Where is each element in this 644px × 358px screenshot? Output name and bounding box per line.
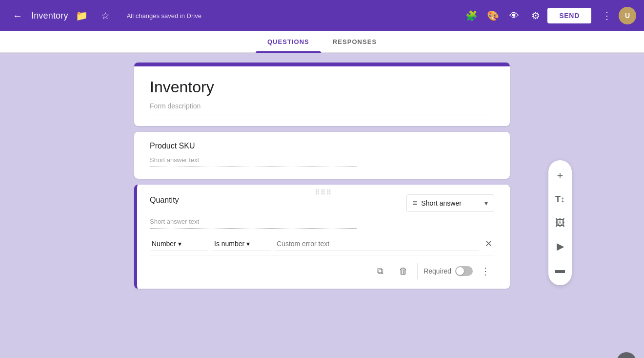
autosave-message: All changes saved in Drive: [127, 12, 201, 20]
avatar[interactable]: U: [619, 7, 636, 24]
validation-condition-label: Is number: [214, 240, 244, 248]
tab-responses[interactable]: RESPONSES: [321, 31, 388, 52]
add-section-button[interactable]: ▬: [548, 258, 572, 281]
validation-error-input[interactable]: [275, 237, 479, 251]
topbar-left: ← Inventory 📁 ☆ All changes saved in Dri…: [8, 6, 458, 25]
more-button[interactable]: ⋮: [597, 6, 617, 25]
validation-type-label: Number: [152, 240, 176, 248]
question-header-quantity: Quantity ≡ Short answer ▾: [150, 194, 494, 212]
chevron-down-icon-cond: ▾: [246, 240, 250, 248]
section-icon: ▬: [555, 264, 565, 275]
app-title: Inventory: [31, 11, 68, 21]
drag-handle[interactable]: ⠿⠿⠿: [315, 189, 332, 196]
add-question-button[interactable]: +: [548, 164, 572, 188]
more-vert-icon: ⋮: [602, 10, 612, 21]
right-sidebar: + T↕ 🖼 ▶ ▬: [548, 160, 572, 285]
question-label-quantity: Quantity: [150, 196, 179, 205]
clear-validation-button[interactable]: ✕: [483, 236, 494, 251]
back-button[interactable]: ←: [8, 6, 27, 25]
form-title: Inventory: [150, 78, 494, 96]
image-icon: 🖼: [555, 217, 565, 229]
folder-icon: 📁: [76, 10, 88, 21]
puzzle-icon: 🧩: [465, 10, 478, 21]
question-card-quantity: ⠿⠿⠿ Quantity ≡ Short answer ▾ Short answ…: [134, 185, 510, 289]
video-icon: ▶: [557, 240, 564, 252]
puzzle-button[interactable]: 🧩: [462, 6, 481, 25]
question-card-product-sku: Product SKU Short answer text: [134, 132, 510, 179]
validation-type-select[interactable]: Number ▾: [150, 237, 208, 251]
short-answer-placeholder-sku[interactable]: Short answer text: [150, 156, 357, 167]
add-title-button[interactable]: T↕: [548, 188, 572, 211]
add-video-button[interactable]: ▶: [548, 234, 572, 258]
copy-button[interactable]: ⧉: [370, 261, 390, 281]
card-footer: ⧉ 🗑 Required ⋮: [150, 255, 494, 281]
star-button[interactable]: ☆: [96, 6, 115, 25]
more-options-button[interactable]: ⋮: [477, 263, 494, 279]
validation-condition-select[interactable]: Is number ▾: [212, 237, 271, 251]
copy-icon: ⧉: [377, 266, 383, 276]
delete-icon: 🗑: [399, 266, 408, 276]
folder-button[interactable]: 📁: [72, 6, 92, 25]
question-type-label: Short answer: [421, 199, 481, 207]
topbar: ← Inventory 📁 ☆ All changes saved in Dri…: [0, 0, 644, 31]
palette-icon: 🎨: [487, 10, 499, 21]
chevron-down-icon: ▾: [484, 199, 488, 207]
required-section: Required ⋮: [417, 263, 494, 279]
question-type-dropdown[interactable]: ≡ Short answer ▾: [406, 194, 494, 212]
tabbar-wrapper: QUESTIONS RESPONSES: [0, 31, 644, 53]
required-label: Required: [423, 267, 451, 275]
palette-button[interactable]: 🎨: [483, 6, 503, 25]
star-icon: ☆: [101, 10, 110, 21]
validation-row: Number ▾ Is number ▾ ✕: [150, 236, 494, 251]
topbar-right: 🧩 🎨 👁 ⚙ SEND ⋮ U: [462, 6, 636, 25]
delete-button[interactable]: 🗑: [394, 261, 413, 281]
title-icon: T↕: [555, 194, 565, 205]
form-description[interactable]: Form description: [150, 102, 494, 114]
tabbar: QUESTIONS RESPONSES: [0, 31, 644, 53]
short-answer-type-icon: ≡: [413, 199, 417, 208]
send-button[interactable]: SEND: [547, 8, 591, 23]
help-button[interactable]: ?: [617, 352, 636, 358]
content-area: Inventory Form description Product SKU S…: [0, 53, 644, 358]
required-toggle[interactable]: [455, 266, 473, 276]
preview-button[interactable]: 👁: [504, 6, 524, 25]
short-answer-placeholder-qty[interactable]: Short answer text: [150, 218, 357, 229]
tab-questions[interactable]: QUESTIONS: [256, 31, 321, 52]
add-image-button[interactable]: 🖼: [548, 211, 572, 234]
back-icon: ←: [13, 10, 22, 21]
chevron-down-icon-type: ▾: [178, 240, 181, 248]
form-title-card: Inventory Form description: [134, 63, 510, 126]
add-icon: +: [557, 169, 564, 182]
gear-icon: ⚙: [531, 10, 540, 21]
form-container: Inventory Form description Product SKU S…: [134, 63, 510, 358]
eye-icon: 👁: [509, 10, 519, 21]
question-label-product-sku: Product SKU: [150, 142, 494, 150]
settings-button[interactable]: ⚙: [526, 6, 545, 25]
